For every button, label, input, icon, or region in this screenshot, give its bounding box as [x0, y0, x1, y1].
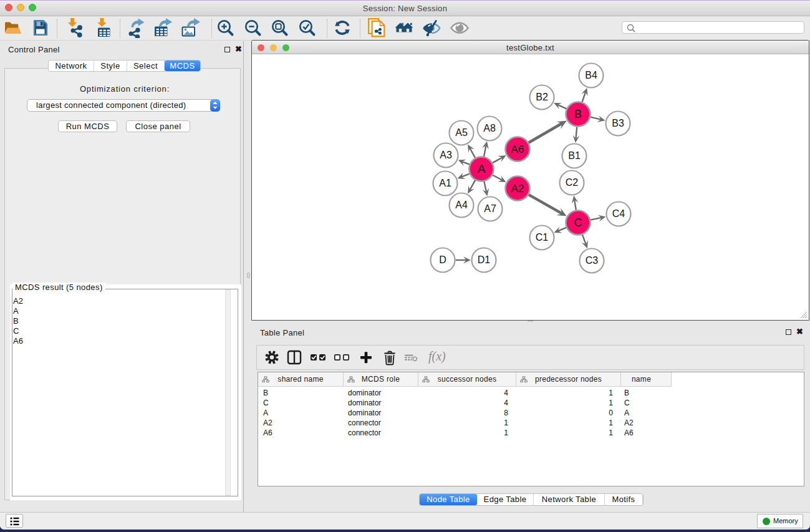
svg-text:B4: B4	[585, 70, 597, 80]
svg-text:C4: C4	[612, 208, 625, 219]
svg-text:A: A	[478, 162, 486, 175]
svg-text:C1: C1	[536, 232, 549, 243]
svg-text:A5: A5	[455, 127, 468, 138]
svg-text:B: B	[574, 108, 582, 120]
svg-text:D1: D1	[478, 254, 491, 265]
svg-text:A8: A8	[483, 123, 496, 133]
svg-text:C: C	[574, 216, 582, 229]
svg-text:A4: A4	[455, 200, 468, 210]
svg-text:A1: A1	[439, 178, 451, 188]
svg-text:C3: C3	[586, 255, 599, 266]
svg-text:A3: A3	[440, 150, 452, 160]
svg-text:A6: A6	[511, 143, 524, 155]
svg-text:A2: A2	[511, 183, 524, 195]
svg-text:D: D	[439, 254, 446, 265]
svg-text:B1: B1	[568, 150, 581, 161]
svg-text:A7: A7	[484, 203, 496, 214]
svg-text:C2: C2	[566, 177, 579, 188]
svg-text:B2: B2	[536, 92, 548, 102]
svg-text:B3: B3	[612, 118, 624, 128]
